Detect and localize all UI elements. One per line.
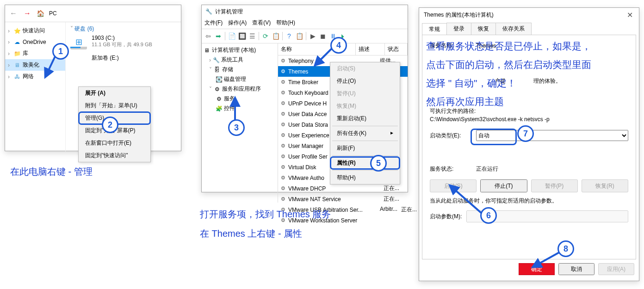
tree-services[interactable]: ⚙服务	[203, 94, 277, 104]
computer-icon: 🖥	[204, 47, 210, 54]
drive-c[interactable]: ⊞ 1903 (C:) 11.1 GB 可用，共 49.9 GB	[70, 33, 176, 49]
ctx-pause[interactable]: 暂停(U)	[330, 87, 400, 100]
gear-icon: ⚙	[280, 68, 286, 75]
ctx-stop[interactable]: 停止(O)	[330, 75, 400, 87]
wmi-icon: 🧩	[216, 105, 222, 112]
tb-export-icon[interactable]: 📋	[271, 31, 280, 41]
ctx-properties[interactable]: 属性(R)	[330, 157, 400, 169]
btn-pause[interactable]: 暂停(P)	[531, 179, 578, 192]
drive-icon: ⊞	[70, 33, 87, 49]
compmgmt-toolbar: ⇦ ➡ 📄 🔲 ☰ ⟳ 📋 ? 📋 ▶ ◼ ⏸ ⏵	[202, 29, 408, 43]
btn-apply[interactable]: 应用(A)	[598, 263, 634, 275]
start-type-select[interactable]: 自动	[476, 130, 628, 141]
explorer-window: ← → 🏠 PC ›⭐快速访问 ›☁OneDrive ›📁库 ›🖥致美化 ›🖧网…	[5, 5, 181, 151]
services-apps-icon: ⚙	[214, 86, 220, 92]
svc-row[interactable]: ⚙VMware NAT Service正在...	[278, 194, 408, 204]
explorer-tree: ›⭐快速访问 ›☁OneDrive ›📁库 ›🖥致美化 ›🖧网络	[5, 22, 66, 151]
dialog-bottom-buttons: 确定 取消 应用(A)	[419, 259, 639, 279]
tab-recovery[interactable]: 恢复	[471, 23, 496, 35]
tab-logon[interactable]: 登录	[446, 23, 471, 35]
caption-2b: 在 Themes 上右键 - 属性	[200, 228, 302, 240]
circle-2: 2	[102, 117, 118, 133]
ctx-refresh[interactable]: 刷新(F)	[330, 142, 400, 154]
compmgmt-icon: 🔧	[205, 8, 212, 15]
drive-e[interactable]: 新加卷 (E:)	[70, 54, 176, 62]
gear-icon: ⚙	[280, 143, 286, 149]
props-tabs: 常规 登录 恢复 依存关系	[419, 23, 639, 35]
props-title: Themes 的属性(本地计算机)	[424, 11, 494, 19]
tb-stop-icon[interactable]: ◼	[318, 31, 328, 41]
value-status: 正在运行	[476, 165, 628, 173]
gear-icon: ⚙	[280, 196, 286, 203]
tb-play-icon[interactable]: ▶	[308, 31, 317, 41]
tb-help-icon[interactable]: ?	[285, 31, 294, 41]
ctx-pin-start[interactable]: 附到「开始」菜单(U)	[79, 99, 150, 112]
tree-diskmgmt[interactable]: 💽磁盘管理	[203, 74, 277, 84]
network-icon: 🖧	[13, 73, 21, 80]
ctx-pin-quick[interactable]: 固定到"快速访问"	[79, 149, 150, 162]
tb-fwd-icon[interactable]: ➡	[214, 31, 223, 41]
col-status[interactable]: 状态	[385, 43, 408, 55]
gear-icon: ⚙	[280, 90, 286, 96]
tb-back-icon[interactable]: ⇦	[204, 31, 213, 41]
ctx-new-window[interactable]: 在新窗口中打开(E)	[79, 137, 150, 149]
nav-forward-icon[interactable]: →	[23, 9, 32, 18]
ctx-restart[interactable]: 重新启动(E)	[330, 112, 400, 125]
menu-help[interactable]: 帮助(H)	[276, 19, 295, 27]
circle-1: 1	[52, 43, 69, 60]
gear-icon: ⚙	[280, 122, 286, 128]
label-status: 服务状态:	[430, 165, 476, 173]
tb-up-icon[interactable]: 📄	[227, 31, 236, 41]
btn-resume[interactable]: 恢复(R)	[582, 179, 628, 192]
tb-refresh-icon[interactable]: ⟳	[261, 31, 270, 41]
btn-stop[interactable]: 停止(T)	[480, 179, 527, 192]
tree-quick-access[interactable]: ›⭐快速访问	[5, 25, 65, 37]
value-exe: C:\Windows\System32\svchost.exe -k netsv…	[430, 116, 550, 123]
svg-line-3	[452, 188, 482, 214]
tab-general[interactable]: 常规	[422, 23, 447, 35]
compmgmt-title: 计算机管理	[215, 8, 243, 16]
nav-back-icon[interactable]: ←	[9, 9, 18, 18]
caption-1: 在此电脑右键 - 管理	[10, 166, 93, 178]
circle-7: 7	[517, 125, 534, 142]
svc-row[interactable]: ⚙VMware DHCP正在...	[278, 183, 408, 194]
ctx-help[interactable]: 帮助(H)	[330, 172, 400, 184]
tb-props-icon[interactable]: 📋	[295, 31, 304, 41]
menu-view[interactable]: 查看(V)	[252, 19, 271, 27]
gear-icon: ⚙	[216, 96, 222, 102]
tree-systools[interactable]: ›🔧系统工具	[203, 55, 277, 65]
gear-icon: ⚙	[280, 58, 286, 64]
menu-action[interactable]: 操作(A)	[228, 19, 247, 27]
tree-services-apps[interactable]: ˅⚙服务和应用程序	[203, 84, 277, 94]
menu-file[interactable]: 文件(F)	[204, 19, 223, 27]
ctx-expand[interactable]: 展开 (A)	[79, 87, 150, 99]
tree-root[interactable]: 🖥计算机管理 (本地)	[203, 45, 277, 55]
tab-deps[interactable]: 依存关系	[495, 23, 532, 35]
gear-icon: ⚙	[280, 175, 286, 181]
drives-header: 硬盘 (6)	[74, 25, 94, 32]
gear-icon: ⚙	[280, 100, 286, 107]
properties-dialog: Themes 的属性(本地计算机) ✕ 常规 登录 恢复 依存关系 查看服务状态…	[419, 7, 639, 281]
tree-storage[interactable]: ˅🗄存储	[203, 65, 277, 74]
close-icon[interactable]: ✕	[625, 11, 634, 19]
overlay-instructions: 查看服务状态是否是已停止，如果是， 点击下面的启动，然后在启动类型里面 选择 "…	[426, 37, 591, 111]
col-desc[interactable]: 描述	[356, 43, 385, 55]
disk-icon: 💽	[216, 76, 222, 83]
tb-view-icon[interactable]: 🔲	[237, 31, 247, 41]
tree-wmi[interactable]: 🧩控件	[203, 104, 277, 113]
services-list: 名称 描述 状态 ⚙Telephony提供... ⚙Themes正在... ⚙T…	[278, 43, 408, 203]
storage-icon: 🗄	[214, 67, 220, 73]
tools-icon: 🔧	[213, 57, 219, 63]
gear-icon: ⚙	[280, 164, 286, 171]
gear-icon: ⚙	[280, 154, 286, 160]
gear-icon: ⚙	[280, 132, 286, 139]
ctx-alltasks[interactable]: 所有任务(K)▸	[330, 127, 400, 140]
ctx-start[interactable]: 启动(S)	[330, 62, 400, 75]
explorer-title: PC	[49, 10, 57, 17]
circle-8: 8	[557, 240, 574, 257]
svg-line-2	[317, 47, 333, 63]
gear-icon: ⚙	[280, 79, 286, 86]
ctx-resume[interactable]: 恢复(M)	[330, 100, 400, 112]
circle-5: 5	[370, 155, 387, 172]
tb-list-icon[interactable]: ☰	[248, 31, 257, 41]
